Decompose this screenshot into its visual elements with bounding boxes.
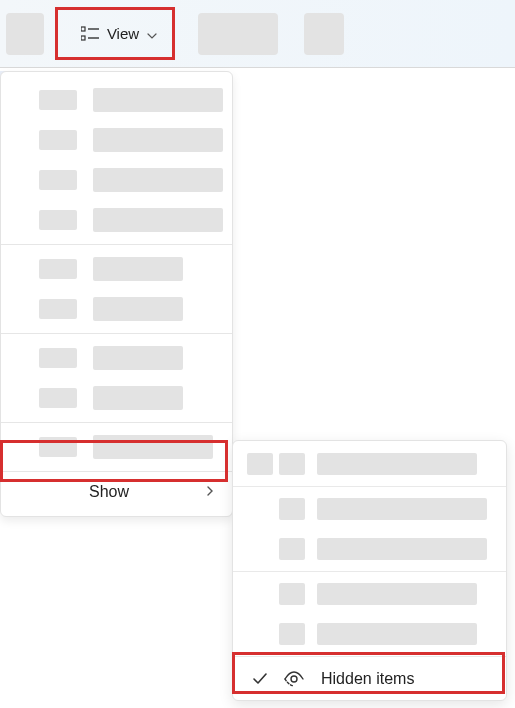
menu-item[interactable] bbox=[1, 80, 232, 120]
submenu-item[interactable] bbox=[233, 489, 506, 529]
svg-point-4 bbox=[291, 676, 297, 682]
submenu-item-label: Hidden items bbox=[321, 670, 414, 688]
menu-item-show-label: Show bbox=[89, 483, 129, 501]
chevron-down-icon bbox=[147, 25, 157, 43]
menu-item[interactable] bbox=[1, 200, 232, 240]
check-icon bbox=[247, 672, 273, 686]
menu-item-show[interactable]: Show bbox=[1, 472, 232, 512]
toolbar: View bbox=[0, 0, 515, 68]
view-list-icon bbox=[81, 26, 99, 42]
menu-item[interactable] bbox=[1, 249, 232, 289]
menu-item[interactable] bbox=[1, 289, 232, 329]
view-button[interactable]: View bbox=[62, 10, 176, 58]
submenu-item[interactable] bbox=[233, 574, 506, 614]
submenu-item[interactable] bbox=[233, 444, 506, 484]
chevron-right-icon bbox=[206, 483, 214, 501]
submenu-item[interactable] bbox=[233, 614, 506, 654]
toolbar-button-placeholder[interactable] bbox=[198, 13, 278, 55]
eye-hidden-icon bbox=[281, 671, 307, 687]
svg-rect-1 bbox=[81, 36, 85, 40]
view-button-label: View bbox=[107, 25, 139, 42]
submenu-item[interactable] bbox=[233, 529, 506, 569]
menu-item[interactable] bbox=[1, 378, 232, 418]
menu-item[interactable] bbox=[1, 120, 232, 160]
menu-item[interactable] bbox=[1, 427, 232, 467]
svg-rect-0 bbox=[81, 27, 85, 31]
menu-item[interactable] bbox=[1, 160, 232, 200]
toolbar-button-placeholder[interactable] bbox=[304, 13, 344, 55]
view-dropdown-menu: Show bbox=[0, 71, 233, 517]
submenu-item-hidden-items[interactable]: Hidden items bbox=[233, 659, 506, 699]
menu-item[interactable] bbox=[1, 338, 232, 378]
show-submenu: Hidden items bbox=[232, 440, 507, 701]
toolbar-button-placeholder[interactable] bbox=[6, 13, 44, 55]
